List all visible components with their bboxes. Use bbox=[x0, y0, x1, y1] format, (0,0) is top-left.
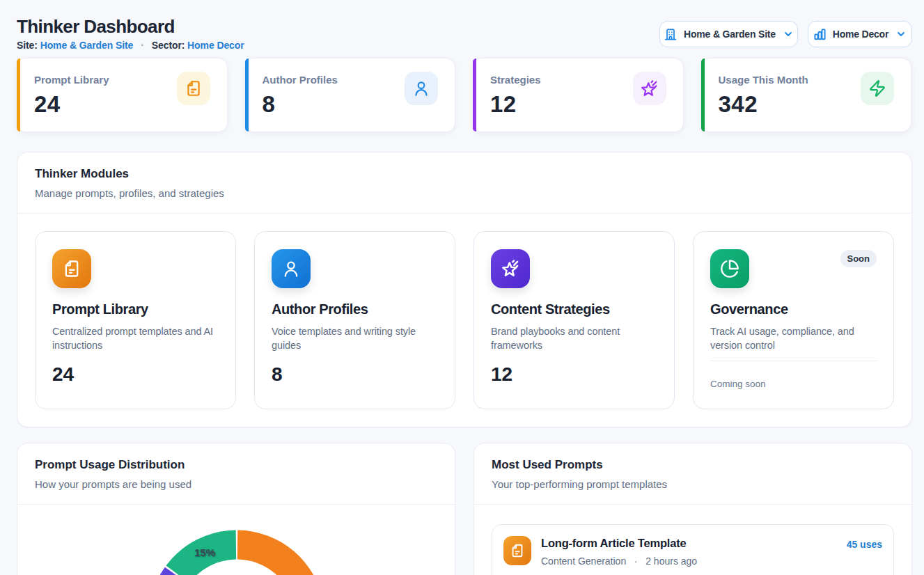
svg-text:15%: 15% bbox=[194, 546, 215, 558]
